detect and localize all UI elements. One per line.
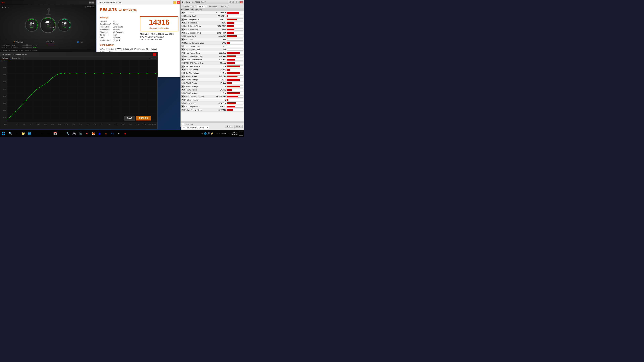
taskbar-app17-icon[interactable]: ◈ xyxy=(116,131,122,137)
gpuz-sensor-expand-btn[interactable]: ▼ xyxy=(181,55,184,57)
msi-apply-icon[interactable]: ✓ xyxy=(8,5,10,8)
gpuz-device-select[interactable]: NVIDIA GeForce RTX 3080 xyxy=(182,126,209,129)
gpuz-sensor-expand-btn[interactable]: ▼ xyxy=(181,92,184,94)
taskbar-settings-icon[interactable]: ⚙ xyxy=(58,131,64,137)
gpuz-sensor-expand-btn[interactable]: ▼ xyxy=(181,102,184,104)
gpuz-tab-sensors[interactable]: Sensors xyxy=(197,4,207,8)
vf-titlebar[interactable]: Voltage/Frequency curve editor ✕ xyxy=(0,52,158,56)
gpuz-log-label[interactable]: Log to file xyxy=(182,123,209,125)
gpuz-minimize-btn[interactable]: _ xyxy=(234,1,237,3)
vf-tabs: Voltage Temperature OC Scanner xyxy=(0,56,158,60)
msi-titlebar[interactable]: msi _ □ xyxy=(0,0,96,5)
gpuz-sensor-expand-btn[interactable]: ▼ xyxy=(181,22,184,24)
taskbar-app18-icon[interactable]: ◉ xyxy=(122,131,128,137)
taskbar-app11-icon[interactable]: 📷 xyxy=(78,131,84,137)
gpuz-sensor-expand-btn[interactable]: ▼ xyxy=(181,99,184,101)
msi-fan-tab[interactable]: 🌀 FAN xyxy=(77,41,83,43)
msi-mem-clock-slider[interactable] xyxy=(22,47,32,48)
vf-close-btn[interactable]: ✕ xyxy=(153,53,156,56)
gpuz-sensor-expand-btn[interactable]: ▼ xyxy=(181,62,184,64)
gpuz-sensor-expand-btn[interactable]: ▼ xyxy=(181,82,184,84)
taskbar-app14-icon[interactable]: ◉ xyxy=(96,131,103,137)
gpuz-maximize-btn[interactable]: □ xyxy=(237,1,240,3)
gpuz-sensor-expand-btn[interactable]: ▼ xyxy=(181,65,184,67)
gpuz-sensor-expand-btn[interactable]: ▼ xyxy=(181,45,184,47)
gpuz-sensor-expand-btn[interactable]: ▼ xyxy=(181,58,184,61)
taskbar-app15-icon[interactable]: ▲ xyxy=(103,131,109,137)
results-titlebar[interactable]: Superposition Benchmark _ ✕ xyxy=(96,0,182,5)
gpuz-sensor-expand-btn[interactable]: ▼ xyxy=(181,68,184,71)
taskbar-app12-icon[interactable]: ● xyxy=(84,131,90,137)
taskbar-explorer-icon[interactable]: 📁 xyxy=(20,131,26,137)
gpuz-sensor-expand-btn[interactable]: ▼ xyxy=(181,15,184,17)
gpuz-icon1[interactable]: ⊟ xyxy=(228,1,230,3)
taskbar-firefox-icon[interactable]: 🦊 xyxy=(90,131,96,137)
taskbar-ps-icon[interactable]: Ps xyxy=(109,131,116,137)
vf-tab-voltage[interactable]: Voltage xyxy=(0,56,10,60)
gpuz-close-btn[interactable]: ✕ xyxy=(240,1,243,3)
vf-tab-temperature[interactable]: Temperature xyxy=(10,56,24,60)
taskbar-mail-icon[interactable]: ✉ xyxy=(39,131,45,137)
vf-save-btn[interactable]: SAVE xyxy=(124,116,135,120)
gpuz-sensor-expand-btn[interactable]: ▼ xyxy=(181,11,184,14)
gpuz-icon2[interactable]: ⊞ xyxy=(231,1,234,3)
gpuz-close-btn-footer[interactable]: Close xyxy=(234,125,243,128)
msi-maximize-btn[interactable]: □ xyxy=(92,1,94,3)
taskbar-edge-icon[interactable]: 🌐 xyxy=(26,131,32,137)
gpuz-sensor-expand-btn[interactable]: ▼ xyxy=(181,38,184,41)
msi-voltage-tab[interactable]: ⚡ VOLTAGE xyxy=(13,41,23,43)
vf-publish-btn[interactable]: PUBLISH xyxy=(136,116,151,120)
gpuz-sensor-expand-btn[interactable]: ▼ xyxy=(181,105,184,108)
vf-chart-area[interactable] xyxy=(7,60,158,122)
results-compare-link[interactable]: Compare results online xyxy=(142,27,176,29)
gpuz-tab-advanced[interactable]: Advanced xyxy=(207,4,219,8)
gpuz-sensor-expand-btn[interactable]: ▼ xyxy=(181,48,184,51)
gpuz-sensor-expand-btn[interactable]: ▼ xyxy=(181,79,184,81)
gpuz-sensor-expand-btn[interactable]: ▼ xyxy=(181,89,184,91)
taskbar-clock[interactable]: 15:45 11.12.2020 xyxy=(228,132,238,136)
gpuz-sensor-expand-btn[interactable]: ▼ xyxy=(181,109,184,111)
taskbar-start-btn[interactable] xyxy=(0,130,7,137)
gpuz-tab-validation[interactable]: Validation xyxy=(219,4,231,8)
msi-clock-tab[interactable]: ⏱ CLOCK xyxy=(46,41,54,43)
gpuz-sensor-row: ▼Board Power Draw253.6 W xyxy=(180,51,244,55)
taskbar-app9-icon[interactable]: 🔧 xyxy=(65,131,71,137)
taskbar-taskview-icon[interactable]: ⊞ xyxy=(14,131,20,137)
gpuz-sensor-expand-btn[interactable]: ▼ xyxy=(181,32,184,34)
fps-min-label: FPS: Min xyxy=(140,33,148,35)
msi-curve-btn[interactable]: Curve xyxy=(33,44,37,46)
gpuz-titlebar[interactable]: TechPowerUp GPU-Z 2.36.0 ⊟ ⊞ _ □ ✕ xyxy=(180,0,244,4)
svg-point-16 xyxy=(85,73,86,74)
msi-options-icon[interactable]: ⚙ xyxy=(2,5,4,8)
gpuz-sensor-expand-btn[interactable]: ▼ xyxy=(181,52,184,54)
vf-x-1075: 1075 xyxy=(112,124,120,125)
taskbar-show-desktop-btn[interactable] xyxy=(239,132,243,136)
gpuz-sensor-expand-btn[interactable]: ▼ xyxy=(181,72,184,74)
gpuz-tab-graphics-card[interactable]: Graphics Card xyxy=(181,4,197,8)
results-score-col: 14316 Compare results online FPS: Min 90… xyxy=(140,16,178,41)
vf-oc-scanner-area: OC Scanner xyxy=(24,56,158,60)
gpuz-sensor-expand-btn[interactable]: ▼ xyxy=(181,18,184,21)
msi-reset-icon[interactable]: ↺ xyxy=(5,5,7,8)
results-close-btn[interactable]: ✕ xyxy=(177,1,180,4)
taskbar-chevron-icon[interactable]: ▲ xyxy=(202,133,203,135)
results-minimize-btn[interactable]: _ xyxy=(174,1,176,4)
taskbar-sound-icon[interactable]: 🔊 xyxy=(207,132,210,135)
gpuz-log-checkbox[interactable] xyxy=(182,123,184,125)
taskbar-search-icon[interactable]: 🔍 xyxy=(8,131,14,137)
taskbar-store-icon[interactable]: 🛍 xyxy=(46,131,52,137)
gpuz-sensor-expand-btn[interactable]: ▼ xyxy=(181,95,184,98)
taskbar-app10-icon[interactable]: 🎮 xyxy=(71,131,77,137)
taskbar-chrome-icon[interactable]: ● xyxy=(33,131,39,137)
msi-core-clock-slider[interactable] xyxy=(22,45,32,45)
gpuz-reset-btn[interactable]: Reset xyxy=(225,125,233,128)
msi-minimize-btn[interactable]: _ xyxy=(89,1,92,3)
gpuz-sensor-expand-btn[interactable]: ▼ xyxy=(181,75,184,78)
gpuz-sensor-expand-btn[interactable]: ▼ xyxy=(181,85,184,88)
gpuz-sensor-expand-btn[interactable]: ▼ xyxy=(181,42,184,44)
gpuz-sensor-expand-btn[interactable]: ▼ xyxy=(181,35,184,37)
gpuz-sensor-expand-btn[interactable]: ▼ xyxy=(181,25,184,27)
gpuz-sensor-expand-btn[interactable]: ▼ xyxy=(181,28,184,31)
taskbar-calendar-icon[interactable]: 📅 xyxy=(52,131,58,137)
vf-y-1900: 1900 xyxy=(0,88,7,90)
